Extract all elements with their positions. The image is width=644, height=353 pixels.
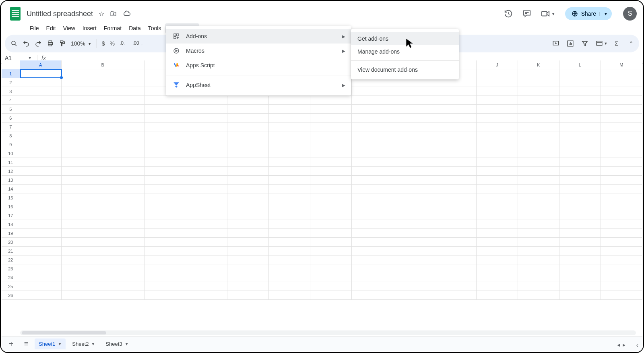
cell[interactable]	[62, 291, 144, 299]
cell[interactable]	[352, 158, 393, 166]
cell[interactable]	[227, 96, 269, 104]
cell[interactable]	[393, 78, 435, 87]
cell[interactable]	[477, 149, 518, 158]
row-header[interactable]: 15	[2, 193, 20, 202]
cell[interactable]	[559, 247, 601, 255]
cell[interactable]	[393, 140, 435, 149]
menu-insert[interactable]: Insert	[79, 23, 100, 33]
cell[interactable]	[518, 255, 559, 264]
cell[interactable]	[269, 185, 310, 193]
cell[interactable]	[477, 131, 518, 140]
cell[interactable]	[601, 105, 642, 113]
menu-edit[interactable]: Edit	[43, 23, 59, 33]
cell[interactable]	[559, 238, 601, 246]
cell[interactable]	[227, 149, 269, 158]
cell[interactable]	[352, 220, 393, 228]
cell[interactable]	[559, 69, 601, 78]
cell[interactable]	[144, 247, 227, 255]
sheet-tab-sheet2[interactable]: Sheet2▼	[68, 338, 99, 349]
cell[interactable]	[20, 193, 62, 202]
cell[interactable]	[144, 282, 227, 291]
cell[interactable]	[393, 211, 435, 220]
cell[interactable]	[352, 140, 393, 149]
cell[interactable]	[144, 220, 227, 228]
row-header[interactable]: 11	[2, 158, 20, 166]
cell[interactable]	[518, 229, 559, 237]
cell[interactable]	[227, 193, 269, 202]
row-header[interactable]: 25	[2, 282, 20, 291]
cell[interactable]	[144, 96, 227, 104]
cell[interactable]	[477, 69, 518, 78]
select-all-corner[interactable]	[2, 60, 20, 69]
cell[interactable]	[477, 193, 518, 202]
column-header[interactable]: L	[559, 60, 601, 69]
row-header[interactable]: 23	[2, 264, 20, 273]
cell[interactable]	[20, 273, 62, 282]
cell[interactable]	[393, 185, 435, 193]
cell[interactable]	[310, 238, 352, 246]
row-header[interactable]: 20	[2, 238, 20, 246]
cell[interactable]	[559, 158, 601, 166]
cell[interactable]	[477, 238, 518, 246]
cell[interactable]	[20, 149, 62, 158]
cell[interactable]	[310, 114, 352, 122]
cell[interactable]	[227, 264, 269, 273]
cell[interactable]	[518, 167, 559, 175]
cell[interactable]	[518, 202, 559, 211]
cell[interactable]	[477, 185, 518, 193]
cell[interactable]	[518, 176, 559, 184]
cell[interactable]	[477, 255, 518, 264]
cell[interactable]	[62, 131, 144, 140]
cell[interactable]	[269, 140, 310, 149]
cell[interactable]	[310, 247, 352, 255]
cell[interactable]	[20, 105, 62, 113]
cell[interactable]	[144, 238, 227, 246]
cell[interactable]	[269, 105, 310, 113]
cell[interactable]	[435, 105, 477, 113]
cell[interactable]	[559, 123, 601, 131]
cell[interactable]	[393, 247, 435, 255]
cell[interactable]	[20, 247, 62, 255]
cell[interactable]	[269, 131, 310, 140]
cell[interactable]	[559, 131, 601, 140]
cell[interactable]	[393, 123, 435, 131]
tab-menu-arrow-icon[interactable]: ▼	[125, 342, 129, 346]
cell[interactable]	[62, 273, 144, 282]
cell[interactable]	[435, 247, 477, 255]
cell[interactable]	[559, 282, 601, 291]
cell[interactable]	[20, 185, 62, 193]
cell[interactable]	[269, 220, 310, 228]
cell[interactable]	[227, 105, 269, 113]
fill-handle[interactable]	[60, 76, 63, 79]
cell[interactable]	[518, 131, 559, 140]
row-header[interactable]: 13	[2, 176, 20, 184]
cell[interactable]	[559, 167, 601, 175]
cell[interactable]	[310, 202, 352, 211]
history-icon[interactable]	[504, 9, 513, 18]
cell[interactable]	[393, 238, 435, 246]
cell[interactable]	[518, 247, 559, 255]
cell[interactable]	[62, 255, 144, 264]
increase-decimal[interactable]: .00→	[132, 40, 143, 47]
cell[interactable]	[477, 264, 518, 273]
row-header[interactable]: 26	[2, 291, 20, 299]
cell[interactable]	[601, 185, 642, 193]
cell[interactable]	[269, 282, 310, 291]
column-header[interactable]: J	[477, 60, 518, 69]
add-sheet-icon[interactable]: +	[5, 339, 18, 349]
paint-format-icon[interactable]	[59, 40, 66, 47]
cell[interactable]	[477, 114, 518, 122]
cell[interactable]	[20, 255, 62, 264]
cell[interactable]	[601, 247, 642, 255]
cell[interactable]	[227, 211, 269, 220]
cell[interactable]	[310, 291, 352, 299]
menu-file[interactable]: File	[27, 23, 42, 33]
cell[interactable]	[559, 96, 601, 104]
all-sheets-icon[interactable]: ≡	[20, 340, 33, 348]
tab-nav-arrows[interactable]: ◄ ►	[616, 343, 626, 347]
cell[interactable]	[393, 105, 435, 113]
cell[interactable]	[435, 123, 477, 131]
cell[interactable]	[352, 123, 393, 131]
cell[interactable]	[393, 167, 435, 175]
row-header[interactable]: 18	[2, 220, 20, 228]
